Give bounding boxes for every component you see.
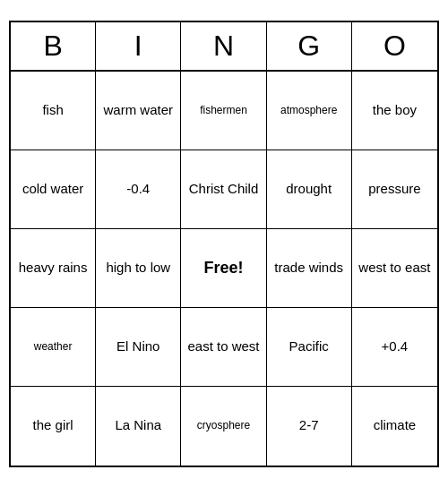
bingo-cell-16[interactable]: El Nino bbox=[96, 308, 181, 387]
bingo-cell-3[interactable]: atmosphere bbox=[267, 72, 352, 150]
bingo-cell-22[interactable]: cryosphere bbox=[181, 387, 266, 466]
bingo-cell-2[interactable]: fishermen bbox=[181, 72, 266, 150]
bingo-cell-0[interactable]: fish bbox=[11, 72, 96, 150]
header-letter-o: O bbox=[352, 22, 437, 70]
bingo-cell-24[interactable]: climate bbox=[352, 387, 437, 466]
header-letter-i: I bbox=[96, 22, 181, 70]
bingo-cell-18[interactable]: Pacific bbox=[267, 308, 352, 387]
bingo-cell-10[interactable]: heavy rains bbox=[11, 229, 96, 308]
bingo-cell-7[interactable]: Christ Child bbox=[181, 150, 266, 229]
header-letter-b: B bbox=[11, 22, 96, 70]
bingo-card: BINGO fishwarm waterfishermenatmospheret… bbox=[9, 21, 439, 467]
bingo-cell-8[interactable]: drought bbox=[267, 150, 352, 229]
bingo-cell-11[interactable]: high to low bbox=[96, 229, 181, 308]
header-letter-g: G bbox=[267, 22, 352, 70]
bingo-cell-4[interactable]: the boy bbox=[352, 72, 437, 150]
bingo-grid: fishwarm waterfishermenatmospherethe boy… bbox=[11, 72, 437, 466]
header-letter-n: N bbox=[181, 22, 266, 70]
bingo-cell-14[interactable]: west to east bbox=[352, 229, 437, 308]
bingo-cell-17[interactable]: east to west bbox=[181, 308, 266, 387]
bingo-cell-6[interactable]: -0.4 bbox=[96, 150, 181, 229]
bingo-cell-19[interactable]: +0.4 bbox=[352, 308, 437, 387]
bingo-cell-12[interactable]: Free! bbox=[181, 229, 266, 308]
bingo-cell-21[interactable]: La Nina bbox=[96, 387, 181, 466]
bingo-cell-15[interactable]: weather bbox=[11, 308, 96, 387]
bingo-header: BINGO bbox=[11, 22, 437, 72]
bingo-cell-9[interactable]: pressure bbox=[352, 150, 437, 229]
bingo-cell-23[interactable]: 2-7 bbox=[267, 387, 352, 466]
bingo-cell-20[interactable]: the girl bbox=[11, 387, 96, 466]
bingo-cell-1[interactable]: warm water bbox=[96, 72, 181, 150]
bingo-cell-13[interactable]: trade winds bbox=[267, 229, 352, 308]
bingo-cell-5[interactable]: cold water bbox=[11, 150, 96, 229]
